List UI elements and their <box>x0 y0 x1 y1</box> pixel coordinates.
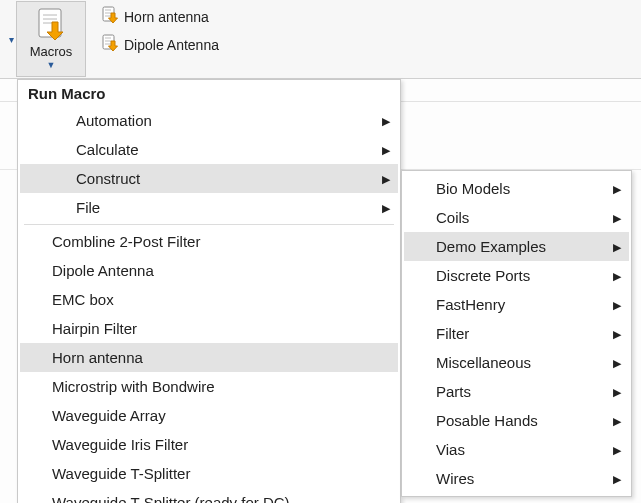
submenu-arrow-icon: ▶ <box>613 261 621 290</box>
menu-item[interactable]: Horn antenna <box>20 343 398 372</box>
menu-item[interactable]: Wires▶ <box>404 464 629 493</box>
menu-item[interactable]: Hairpin Filter <box>20 314 398 343</box>
menu-item[interactable]: Posable Hands▶ <box>404 406 629 435</box>
submenu-arrow-icon: ▶ <box>382 193 390 222</box>
submenu-arrow-icon: ▶ <box>613 319 621 348</box>
menu-item[interactable]: Construct▶ <box>20 164 398 193</box>
menu-item[interactable]: Dipole Antenna <box>20 256 398 285</box>
menu-item[interactable]: Waveguide T-Splitter <box>20 459 398 488</box>
menu-item-label: Demo Examples <box>436 238 546 255</box>
menu-item[interactable]: Coils▶ <box>404 203 629 232</box>
menu-item[interactable]: Filter▶ <box>404 319 629 348</box>
menu-item-label: Bio Models <box>436 180 510 197</box>
recent-macro-label: Horn antenna <box>124 9 209 25</box>
menu-item-label: FastHenry <box>436 296 505 313</box>
menu-separator <box>24 224 394 225</box>
menu-item[interactable]: Vias▶ <box>404 435 629 464</box>
menu-item-label: Construct <box>76 170 140 187</box>
macros-button[interactable]: Macros ▼ <box>16 1 86 77</box>
submenu-arrow-icon: ▶ <box>613 203 621 232</box>
menu-item-label: Vias <box>436 441 465 458</box>
document-arrow-icon <box>102 6 118 27</box>
ribbon-toolbar: ▾ Macros ▼ Horn antennaDipole Antenna <box>0 0 641 79</box>
document-arrow-icon <box>102 34 118 55</box>
menu-item[interactable]: Waveguide Array <box>20 401 398 430</box>
menu-item-label: Combline 2-Post Filter <box>52 233 200 250</box>
menu-item[interactable]: Combline 2-Post Filter <box>20 227 398 256</box>
menu-item-label: Coils <box>436 209 469 226</box>
menu-item-label: Horn antenna <box>52 349 143 366</box>
menu-item[interactable]: Waveguide T-Splitter (ready for DC) <box>20 488 398 503</box>
submenu-arrow-icon: ▶ <box>613 435 621 464</box>
menu-item-label: Parts <box>436 383 471 400</box>
submenu-arrow-icon: ▶ <box>613 406 621 435</box>
menu-item[interactable]: Miscellaneous▶ <box>404 348 629 377</box>
chevron-down-icon: ▼ <box>47 61 56 70</box>
recent-macro-item[interactable]: Dipole Antenna <box>100 33 221 56</box>
menu-item-label: Discrete Ports <box>436 267 530 284</box>
submenu-arrow-icon: ▶ <box>382 164 390 193</box>
submenu-arrow-icon: ▶ <box>613 377 621 406</box>
menu-item-label: Waveguide Array <box>52 407 166 424</box>
menu-item-label: Microstrip with Bondwire <box>52 378 215 395</box>
submenu-arrow-icon: ▶ <box>613 348 621 377</box>
menu-item[interactable]: Bio Models▶ <box>404 174 629 203</box>
menu-item-label: Waveguide Iris Filter <box>52 436 188 453</box>
menu-item[interactable]: Parts▶ <box>404 377 629 406</box>
menu-item-label: Filter <box>436 325 469 342</box>
menu-item[interactable]: File▶ <box>20 193 398 222</box>
menu-item[interactable]: Demo Examples▶ <box>404 232 629 261</box>
menu-item-label: EMC box <box>52 291 114 308</box>
submenu-arrow-icon: ▶ <box>613 290 621 319</box>
submenu-arrow-icon: ▶ <box>382 106 390 135</box>
menu-item-label: Miscellaneous <box>436 354 531 371</box>
menu-item-label: Waveguide T-Splitter <box>52 465 190 482</box>
submenu-arrow-icon: ▶ <box>613 232 621 261</box>
menu-item-label: Posable Hands <box>436 412 538 429</box>
menu-item[interactable]: Discrete Ports▶ <box>404 261 629 290</box>
submenu-arrow-icon: ▶ <box>613 464 621 493</box>
macros-recent-list: Horn antennaDipole Antenna <box>86 0 225 56</box>
recent-macro-item[interactable]: Horn antenna <box>100 5 221 28</box>
menu-item[interactable]: EMC box <box>20 285 398 314</box>
menu-item-label: Calculate <box>76 141 139 158</box>
menu-item-label: File <box>76 199 100 216</box>
toolbar-dropdown-handle[interactable]: ▾ <box>6 0 16 78</box>
menu-item-label: Hairpin Filter <box>52 320 137 337</box>
construct-submenu: Bio Models▶Coils▶Demo Examples▶Discrete … <box>401 170 632 497</box>
menu-item-label: Automation <box>76 112 152 129</box>
macros-icon <box>36 8 66 42</box>
recent-macro-label: Dipole Antenna <box>124 37 219 53</box>
menu-item[interactable]: Automation▶ <box>20 106 398 135</box>
menu-item-label: Wires <box>436 470 474 487</box>
menu-item[interactable]: Calculate▶ <box>20 135 398 164</box>
menu-item[interactable]: Microstrip with Bondwire <box>20 372 398 401</box>
macros-button-label: Macros <box>30 44 73 59</box>
submenu-arrow-icon: ▶ <box>613 174 621 203</box>
menu-item[interactable]: FastHenry▶ <box>404 290 629 319</box>
menu-item-label: Dipole Antenna <box>52 262 154 279</box>
submenu-arrow-icon: ▶ <box>382 135 390 164</box>
run-macro-menu: Run Macro Automation▶Calculate▶Construct… <box>17 79 401 503</box>
menu-item[interactable]: Waveguide Iris Filter <box>20 430 398 459</box>
menu-title: Run Macro <box>20 83 398 106</box>
menu-item-label: Waveguide T-Splitter (ready for DC) <box>52 494 290 503</box>
